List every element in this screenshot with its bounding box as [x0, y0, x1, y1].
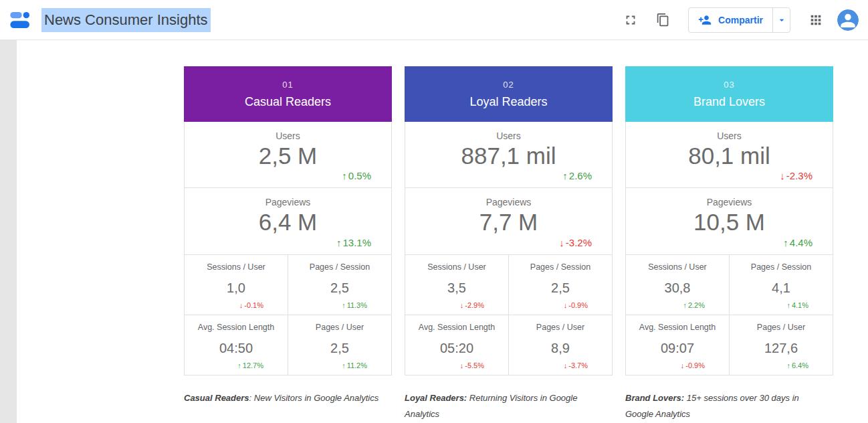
metric-value: 10,5 M	[626, 209, 833, 236]
metric-change: 0.5%	[342, 170, 371, 181]
report-canvas: 01 Casual Readers Users 2,5 M 0.5% Pagev…	[17, 40, 868, 423]
metric-label: Sessions / User	[185, 255, 288, 272]
metric-pageviews: Pageviews 10,5 M 4.4%	[626, 188, 833, 254]
metric-change: -5.5%	[460, 361, 484, 369]
segment-card-header: 02 Loyal Readers	[405, 66, 613, 122]
metric-label: Pages / Session	[288, 255, 391, 272]
segment-name: Brand Lovers	[693, 95, 765, 109]
share-button-label: Compartir	[718, 15, 763, 25]
segment-card: 02 Loyal Readers Users 887,1 mil 2.6% Pa…	[405, 66, 613, 422]
trend-up-icon	[342, 361, 346, 369]
trend-up-icon	[342, 170, 347, 181]
trend-up-icon	[786, 301, 790, 309]
metric-change-value: 13.1%	[342, 237, 371, 248]
trend-up-icon	[783, 237, 788, 248]
segment-name: Loyal Readers	[469, 95, 547, 109]
metric-change: -0.9%	[681, 361, 705, 369]
trend-down-icon	[564, 361, 568, 369]
segment-card-body: Users 80,1 mil -2.3% Pageviews 10,5 M 4.…	[625, 122, 833, 375]
segment-number: 01	[282, 80, 293, 90]
metric-change-value: -5.5%	[465, 361, 484, 369]
trend-up-icon	[683, 301, 687, 309]
metric-label: Pageviews	[405, 188, 612, 207]
segment-number: 03	[724, 80, 734, 90]
metric-change: -3.7%	[564, 361, 588, 369]
metric-value: 3,5	[405, 280, 508, 296]
cards-row: 01 Casual Readers Users 2,5 M 0.5% Pagev…	[184, 66, 868, 422]
trend-down-icon	[681, 361, 685, 369]
metric-label: Sessions / User	[405, 255, 508, 272]
metric-change: 6.4%	[786, 361, 808, 369]
segment-card-header: 03 Brand Lovers	[625, 66, 833, 122]
metric-change: -0.9%	[564, 301, 588, 309]
trend-down-icon	[239, 301, 243, 309]
metric-value: 09:07	[626, 341, 729, 356]
apps-grid-button[interactable]	[805, 9, 827, 31]
metric-value: 1,0	[185, 280, 288, 296]
metric-value: 04:50	[185, 341, 288, 356]
metric-change: -0.1%	[239, 301, 263, 309]
data-studio-logo-icon	[9, 9, 31, 31]
metric-change: 2.2%	[683, 301, 705, 309]
metric-change: -2.3%	[780, 170, 812, 181]
app-header: News Consumer Insights Compartir	[0, 0, 868, 40]
report-title[interactable]: News Consumer Insights	[41, 8, 211, 32]
segment-footnote-term: Casual Readers	[184, 393, 249, 403]
metric-change-value: 4.4%	[790, 237, 812, 248]
metric-value: 8,9	[509, 341, 612, 356]
metric-label: Avg. Session Length	[626, 315, 729, 332]
segment-footnote-term: Brand Lovers:	[625, 393, 684, 403]
metric-value: 05:20	[405, 341, 508, 356]
report-main: 01 Casual Readers Users 2,5 M 0.5% Pagev…	[0, 40, 868, 423]
metric-sessions-per-user: Sessions / User 30,8 2.2%	[626, 255, 729, 315]
share-dropdown-button[interactable]	[772, 8, 790, 32]
metric-change-value: 6.4%	[792, 361, 808, 369]
metric-label: Pages / User	[288, 315, 391, 332]
metric-label: Pages / Session	[730, 255, 833, 272]
metric-pages-per-user: Pages / User 127,6 6.4%	[730, 315, 833, 375]
segment-footnote-term: Loyal Readers:	[405, 393, 467, 403]
segment-footnote: Brand Lovers: 15+ sessions over 30 days …	[625, 390, 821, 422]
metric-label: Users	[405, 122, 612, 141]
fullscreen-button[interactable]	[620, 9, 641, 31]
copy-report-button[interactable]	[652, 9, 673, 31]
metric-change: 2.6%	[562, 170, 592, 181]
metric-change-value: -2.9%	[465, 301, 484, 309]
segment-card-header: 01 Casual Readers	[184, 66, 392, 122]
metric-label: Pages / Session	[509, 255, 612, 272]
segment-card-body: Users 2,5 M 0.5% Pageviews 6,4 M 13.1% S…	[184, 122, 392, 375]
metric-label: Pages / User	[730, 315, 833, 332]
share-button[interactable]: Compartir	[689, 8, 772, 32]
metric-change-value: 0.5%	[348, 170, 371, 181]
metric-label: Sessions / User	[626, 255, 729, 272]
user-avatar[interactable]	[837, 9, 859, 31]
metric-avg-session-length: Avg. Session Length 09:07 -0.9%	[626, 315, 729, 375]
segment-number: 02	[503, 80, 514, 90]
trend-up-icon	[342, 301, 346, 309]
metric-pageviews: Pageviews 7,7 M -3.2%	[405, 188, 612, 254]
metric-pages-per-session: Pages / Session 4,1 4.1%	[730, 255, 833, 315]
canvas-gutter	[0, 40, 17, 423]
metric-label: Users	[185, 122, 391, 141]
metric-change-value: 2.2%	[688, 301, 705, 309]
metric-change-value: 4.1%	[792, 301, 808, 309]
header-actions: Compartir	[620, 7, 859, 33]
metric-sessions-per-user: Sessions / User 3,5 -2.9%	[405, 255, 508, 315]
metric-change-value: 2.6%	[569, 170, 592, 181]
metric-label: Users	[626, 122, 833, 141]
fullscreen-icon	[623, 13, 638, 27]
metric-pages-per-user: Pages / User 8,9 -3.7%	[509, 315, 612, 375]
metric-change: -3.2%	[559, 237, 592, 248]
metric-change: 12.7%	[237, 361, 263, 369]
segment-footnote-text: : New Visitors in Google Analytics	[249, 393, 379, 403]
metric-sessions-per-user: Sessions / User 1,0 -0.1%	[185, 255, 288, 315]
metric-change: -2.9%	[460, 301, 484, 309]
metric-change-value: -3.7%	[568, 361, 588, 369]
trend-up-icon	[562, 170, 568, 181]
metric-users: Users 887,1 mil 2.6%	[405, 122, 612, 187]
metric-pages-per-session: Pages / Session 2,5 11.3%	[288, 255, 391, 315]
metric-change-value: -2.3%	[786, 170, 812, 181]
trend-down-icon	[559, 237, 564, 248]
metric-label: Pages / User	[509, 315, 612, 332]
trend-down-icon	[460, 301, 464, 309]
